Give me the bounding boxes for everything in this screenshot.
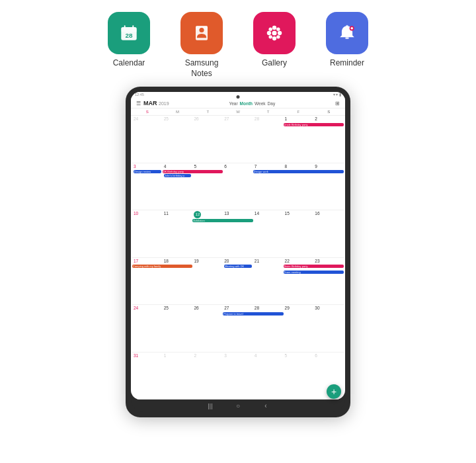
- calendar-week-1: 3 Design review 4 DK Birthday party John…: [132, 163, 344, 210]
- day-name-sat: S: [313, 108, 344, 115]
- cal-cell-3-next[interactable]: 3: [223, 353, 253, 399]
- nav-recents-icon[interactable]: ‹: [262, 402, 270, 410]
- svg-point-12: [267, 31, 271, 35]
- svg-point-21: [350, 27, 353, 30]
- day-name-fri: F: [284, 108, 314, 115]
- event-sister-birthday: Sister Birthday party: [284, 265, 344, 268]
- calendar-header-left: ☰ MAR 2019: [136, 100, 169, 106]
- cal-cell-1[interactable]: 1 Uncle Birthday party: [284, 116, 314, 162]
- event-prepare-travel: Prepare to travel: [223, 312, 283, 316]
- cal-cell-25-outside[interactable]: 25: [163, 116, 193, 162]
- cal-cell-4[interactable]: 4 DK Birthday party John's birthday p.: [163, 163, 193, 210]
- gallery-label: Gallery: [262, 58, 287, 69]
- calendar-week-3: 17 Camping with my family 18 19 20 Meeti…: [132, 258, 344, 305]
- gallery-svg: [262, 21, 286, 45]
- svg-point-15: [276, 27, 280, 30]
- cal-cell-1-next[interactable]: 1: [163, 353, 193, 399]
- samsung-notes-icon-bg: [180, 12, 223, 54]
- cal-cell-10[interactable]: 10: [132, 210, 163, 257]
- cal-cell-6[interactable]: 6: [223, 163, 253, 210]
- day-name-sun: S: [132, 108, 163, 115]
- calendar-day-names: S M T W T F S: [131, 108, 345, 116]
- cal-cell-30[interactable]: 30: [313, 305, 344, 351]
- calendar-grid-icon[interactable]: ⊞: [335, 101, 340, 106]
- cal-cell-21[interactable]: 21: [253, 258, 284, 304]
- svg-point-13: [278, 31, 282, 35]
- calendar-label: Calendar: [113, 58, 145, 69]
- nav-home-icon[interactable]: ○: [234, 402, 242, 410]
- nav-day[interactable]: Day: [268, 101, 276, 106]
- cal-cell-24[interactable]: 24: [132, 305, 163, 351]
- tablet-camera: [237, 95, 240, 99]
- event-design-review: Design review: [134, 170, 161, 173]
- calendar-week-5: 31 1 2 3 4 5 6: [132, 353, 344, 400]
- nav-year[interactable]: Year: [229, 101, 237, 106]
- reminder-svg: [335, 21, 359, 45]
- calendar-week-2: 10 11 12 Exhibition 13 14 15: [132, 210, 344, 257]
- nav-back-icon[interactable]: |||: [206, 402, 214, 410]
- cal-cell-27[interactable]: 27 Prepare to travel: [223, 305, 253, 351]
- app-icon-reminder[interactable]: Reminder: [321, 12, 374, 69]
- app-icon-calendar[interactable]: 28 Calendar: [102, 12, 155, 69]
- cal-cell-26[interactable]: 26: [192, 305, 223, 351]
- cal-cell-28-outside[interactable]: 28: [253, 116, 284, 162]
- day-name-tue: T: [192, 108, 223, 115]
- calendar-header: ☰ MAR 2019 Year Month Week Day ⊞: [131, 97, 345, 108]
- tablet-frame: 12:45 ▾ ▾ ▮ ☰ MAR 2019 Year Month Week D…: [126, 87, 350, 417]
- samsung-notes-svg: [190, 21, 214, 45]
- calendar-year: 2019: [159, 101, 169, 106]
- hamburger-icon[interactable]: ☰: [136, 101, 141, 106]
- tablet-bottom-nav: ||| ○ ‹: [131, 400, 345, 412]
- reminder-icon-bg: [326, 12, 368, 54]
- svg-rect-18: [345, 37, 348, 39]
- cal-cell-17[interactable]: 17 Camping with my family: [132, 258, 163, 304]
- cal-cell-12[interactable]: 12 Exhibition: [192, 210, 223, 257]
- svg-point-10: [272, 26, 276, 30]
- nav-week[interactable]: Week: [255, 101, 266, 106]
- svg-point-9: [272, 30, 276, 35]
- event-dk-birthday: DK Birthday party: [163, 170, 223, 173]
- event-johns-birthday: John's birthday p.: [164, 174, 192, 177]
- calendar-week-4: 24 25 26 27 Prepare to travel 28 29: [132, 305, 344, 352]
- samsung-notes-label: SamsungNotes: [185, 58, 219, 79]
- svg-point-17: [276, 35, 280, 38]
- cal-cell-5-next[interactable]: 5: [284, 353, 314, 399]
- nav-month[interactable]: Month: [240, 101, 253, 106]
- calendar-month-title: MAR 2019: [143, 100, 169, 106]
- cal-cell-16[interactable]: 16: [313, 210, 344, 257]
- cal-cell-3[interactable]: 3 Design review: [132, 163, 163, 210]
- app-icon-gallery[interactable]: Gallery: [248, 12, 301, 69]
- calendar-grid: 24 25 26 27 28 1 Uncle Birthday party: [131, 116, 345, 400]
- svg-point-19: [346, 25, 348, 28]
- day-name-wed: W: [223, 108, 253, 115]
- cal-cell-15[interactable]: 15: [284, 210, 314, 257]
- day-name-mon: M: [163, 108, 193, 115]
- cal-cell-4-next[interactable]: 4: [253, 353, 284, 399]
- cal-cell-2-next[interactable]: 2: [192, 353, 223, 399]
- cal-cell-26-outside[interactable]: 26: [192, 116, 223, 162]
- event-exhibition: Exhibition: [192, 219, 253, 222]
- cal-cell-22[interactable]: 22 Sister Birthday party Team meeting: [284, 258, 314, 304]
- event-meeting-dk: Meeting with DK: [224, 265, 252, 268]
- calendar-icon-bg: 28: [108, 12, 150, 54]
- cal-cell-19[interactable]: 19: [192, 258, 223, 304]
- event-camping: Camping with my family: [132, 265, 192, 268]
- status-icons: ▾ ▾ ▮: [333, 93, 341, 97]
- event-team-meeting: Team meeting: [284, 271, 344, 274]
- cal-cell-13[interactable]: 13: [223, 210, 253, 257]
- svg-text:28: 28: [126, 32, 133, 39]
- cal-cell-27-outside[interactable]: 27: [223, 116, 253, 162]
- svg-point-11: [272, 36, 276, 40]
- cal-cell-31[interactable]: 31: [132, 353, 163, 399]
- cal-cell-14[interactable]: 14: [253, 210, 284, 257]
- tablet-screen: 12:45 ▾ ▾ ▮ ☰ MAR 2019 Year Month Week D…: [131, 92, 345, 400]
- app-icon-samsung-notes[interactable]: SamsungNotes: [175, 12, 228, 79]
- cal-cell-7[interactable]: 7 Design work: [253, 163, 284, 210]
- cal-cell-20[interactable]: 20 Meeting with DK: [223, 258, 253, 304]
- cal-cell-25[interactable]: 25: [163, 305, 193, 351]
- reminder-label: Reminder: [330, 58, 364, 69]
- cal-cell-24-outside[interactable]: 24: [132, 116, 163, 162]
- event-design-work: Design work: [253, 170, 344, 173]
- cal-cell-11[interactable]: 11: [163, 210, 193, 257]
- cal-cell-29[interactable]: 29: [284, 305, 314, 351]
